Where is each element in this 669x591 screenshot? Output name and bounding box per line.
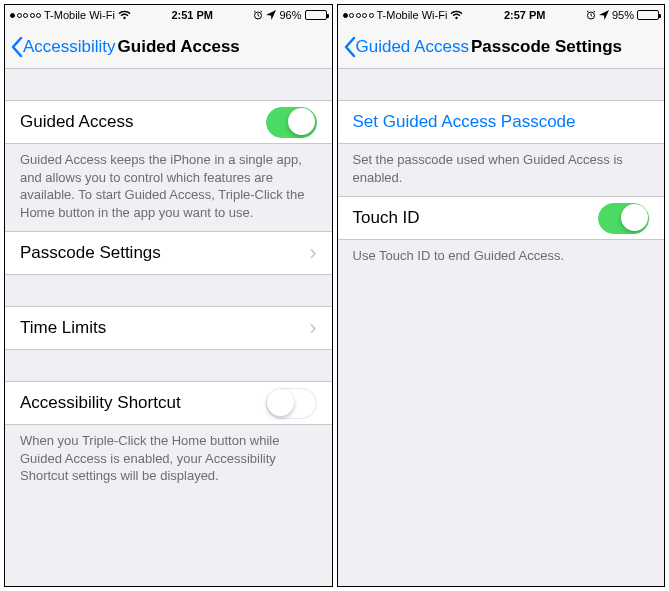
alarm-icon bbox=[253, 10, 263, 20]
touch-id-toggle[interactable] bbox=[598, 203, 649, 234]
nav-bar: Guided Access Passcode Settings bbox=[338, 25, 665, 69]
row-label: Set Guided Access Passcode bbox=[353, 112, 576, 132]
battery-icon bbox=[305, 10, 327, 20]
guided-access-toggle[interactable] bbox=[266, 107, 317, 138]
guided-access-row: Guided Access bbox=[5, 100, 332, 144]
battery-icon bbox=[637, 10, 659, 20]
back-button[interactable]: Guided Access bbox=[344, 37, 469, 57]
phone-left: T-Mobile Wi-Fi 2:51 PM 96% Accessibility… bbox=[4, 4, 333, 587]
chevron-right-icon: › bbox=[309, 240, 316, 266]
chevron-right-icon: › bbox=[309, 315, 316, 341]
passcode-settings-row[interactable]: Passcode Settings › bbox=[5, 231, 332, 275]
page-title: Guided Access bbox=[118, 37, 240, 57]
row-label: Touch ID bbox=[353, 208, 420, 228]
status-bar: T-Mobile Wi-Fi 2:51 PM 96% bbox=[5, 5, 332, 25]
carrier-label: T-Mobile Wi-Fi bbox=[44, 9, 115, 21]
settings-list: Set Guided Access Passcode Set the passc… bbox=[338, 69, 665, 586]
signal-dots-icon bbox=[10, 13, 41, 18]
wifi-icon bbox=[450, 10, 463, 20]
battery-percent-label: 95% bbox=[612, 9, 634, 21]
touch-id-footer: Use Touch ID to end Guided Access. bbox=[338, 240, 665, 275]
row-label: Guided Access bbox=[20, 112, 133, 132]
location-icon bbox=[599, 10, 609, 20]
guided-access-footer: Guided Access keeps the iPhone in a sing… bbox=[5, 144, 332, 231]
clock-label: 2:51 PM bbox=[171, 9, 213, 21]
set-passcode-row[interactable]: Set Guided Access Passcode bbox=[338, 100, 665, 144]
back-button[interactable]: Accessibility bbox=[11, 37, 116, 57]
carrier-label: T-Mobile Wi-Fi bbox=[377, 9, 448, 21]
accessibility-shortcut-footer: When you Triple-Click the Home button wh… bbox=[5, 425, 332, 495]
settings-list: Guided Access Guided Access keeps the iP… bbox=[5, 69, 332, 586]
status-bar: T-Mobile Wi-Fi 2:57 PM 95% bbox=[338, 5, 665, 25]
accessibility-shortcut-row: Accessibility Shortcut bbox=[5, 381, 332, 425]
row-label: Accessibility Shortcut bbox=[20, 393, 181, 413]
nav-bar: Accessibility Guided Access bbox=[5, 25, 332, 69]
row-label: Time Limits bbox=[20, 318, 106, 338]
alarm-icon bbox=[586, 10, 596, 20]
back-label: Accessibility bbox=[23, 37, 116, 57]
clock-label: 2:57 PM bbox=[504, 9, 546, 21]
back-label: Guided Access bbox=[356, 37, 469, 57]
time-limits-row[interactable]: Time Limits › bbox=[5, 306, 332, 350]
phone-right: T-Mobile Wi-Fi 2:57 PM 95% Guided Access… bbox=[337, 4, 666, 587]
row-label: Passcode Settings bbox=[20, 243, 161, 263]
page-title: Passcode Settings bbox=[471, 37, 622, 57]
chevron-left-icon bbox=[344, 37, 356, 57]
chevron-left-icon bbox=[11, 37, 23, 57]
set-passcode-footer: Set the passcode used when Guided Access… bbox=[338, 144, 665, 196]
accessibility-shortcut-toggle[interactable] bbox=[266, 388, 317, 419]
wifi-icon bbox=[118, 10, 131, 20]
touch-id-row: Touch ID bbox=[338, 196, 665, 240]
location-icon bbox=[266, 10, 276, 20]
signal-dots-icon bbox=[343, 13, 374, 18]
battery-percent-label: 96% bbox=[279, 9, 301, 21]
